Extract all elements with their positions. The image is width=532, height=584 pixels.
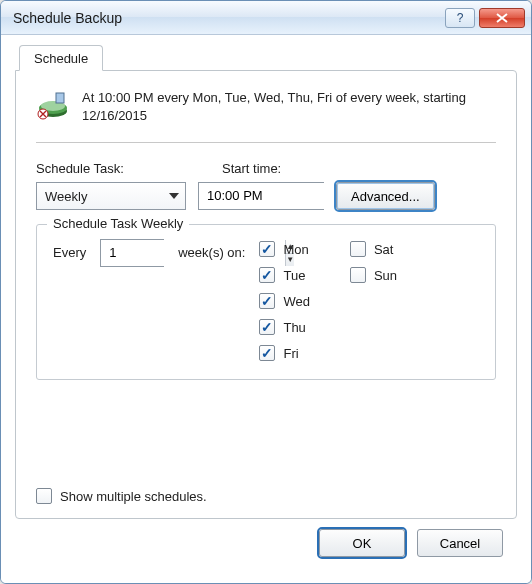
check-icon xyxy=(259,345,275,361)
day-label: Wed xyxy=(283,294,310,309)
checkbox-fri[interactable]: Fri xyxy=(259,345,310,361)
checkbox-mon[interactable]: Mon xyxy=(259,241,310,257)
cancel-button[interactable]: Cancel xyxy=(417,529,503,557)
schedule-backup-dialog: Schedule Backup ? Schedule xyxy=(0,0,532,584)
schedule-task-label: Schedule Task: xyxy=(36,161,188,176)
check-icon xyxy=(259,319,275,335)
titlebar: Schedule Backup ? xyxy=(1,1,531,35)
checkbox-sun[interactable]: Sun xyxy=(350,267,397,283)
check-icon xyxy=(259,241,275,257)
schedule-task-dropdown[interactable]: Weekly xyxy=(36,182,186,210)
day-label: Thu xyxy=(283,320,305,335)
check-icon xyxy=(350,241,366,257)
ok-button[interactable]: OK xyxy=(319,529,405,557)
schedule-summary: At 10:00 PM every Mon, Tue, Wed, Thu, Fr… xyxy=(82,87,496,124)
check-icon xyxy=(259,267,275,283)
day-label: Sun xyxy=(374,268,397,283)
checkbox-sat[interactable]: Sat xyxy=(350,241,397,257)
chevron-down-icon xyxy=(169,193,179,199)
schedule-task-weekly-group: Schedule Task Weekly Every ▲ ▼ week(s) o… xyxy=(36,224,496,380)
tab-schedule[interactable]: Schedule xyxy=(19,45,103,71)
day-label: Tue xyxy=(283,268,305,283)
every-label: Every xyxy=(53,239,86,260)
checkbox-wed[interactable]: Wed xyxy=(259,293,310,309)
group-legend: Schedule Task Weekly xyxy=(47,216,189,231)
tab-page-schedule: At 10:00 PM every Mon, Tue, Wed, Thu, Fr… xyxy=(15,70,517,519)
svg-rect-3 xyxy=(56,93,64,103)
day-label: Sat xyxy=(374,242,394,257)
schedule-task-value: Weekly xyxy=(45,189,87,204)
checkbox-thu[interactable]: Thu xyxy=(259,319,310,335)
checkbox-show-multiple-schedules[interactable]: Show multiple schedules. xyxy=(36,488,207,504)
help-button[interactable]: ? xyxy=(445,8,475,28)
schedule-icon xyxy=(36,87,70,121)
check-icon xyxy=(36,488,52,504)
close-icon xyxy=(495,13,509,23)
separator xyxy=(36,142,496,143)
day-label: Mon xyxy=(283,242,308,257)
show-multiple-label: Show multiple schedules. xyxy=(60,489,207,504)
advanced-button[interactable]: Advanced... xyxy=(336,182,435,210)
check-icon xyxy=(350,267,366,283)
start-time-input[interactable]: ▲ ▼ xyxy=(198,182,324,210)
every-n-weeks-input[interactable]: ▲ ▼ xyxy=(100,239,164,267)
start-time-label: Start time: xyxy=(222,161,281,176)
weeks-on-label: week(s) on: xyxy=(178,239,245,260)
check-icon xyxy=(259,293,275,309)
close-button[interactable] xyxy=(479,8,525,28)
checkbox-tue[interactable]: Tue xyxy=(259,267,310,283)
window-title: Schedule Backup xyxy=(13,10,445,26)
day-label: Fri xyxy=(283,346,298,361)
